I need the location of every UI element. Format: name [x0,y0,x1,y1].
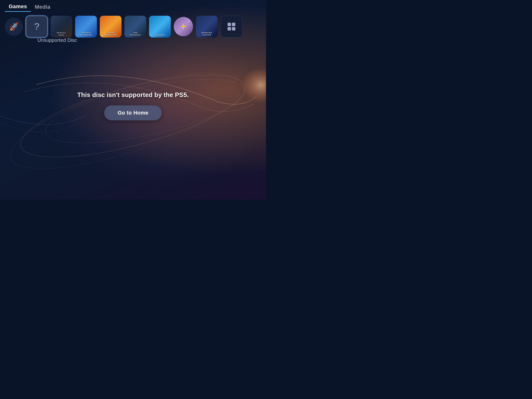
game-thumb-sackboy[interactable]: SACKBOY [149,16,171,37]
game-thumb-pathless-label: THEPATHLESS [124,32,146,36]
unsupported-disc-dialog: This disc isn't supported by the PS5. Go… [77,91,189,120]
game-thumb-all-games[interactable] [221,16,242,37]
game-row: 🚀 ? Demon'sSouls ASTRO'SPLAYROOM CRASHBA… [0,13,266,40]
game-thumb-psplus[interactable]: + [174,17,193,36]
question-mark-icon: ? [34,22,39,32]
svg-point-3 [179,46,266,133]
unsupported-disc-icon[interactable]: ? [26,16,48,37]
psplus-icon: + [180,21,187,32]
grid-icon [226,21,237,32]
game-thumb-demons-souls-label: Demon'sSouls [50,32,72,36]
game-thumb-pathless[interactable]: THEPATHLESS [124,16,146,37]
rocket-icon: 🚀 [9,22,19,31]
disc-error-message: This disc isn't supported by the PS5. [77,91,189,98]
game-thumb-astro-playroom[interactable]: ASTRO'SPLAYROOM [75,16,97,37]
unsupported-disc-label: Unsupported Disc [37,37,77,43]
game-thumb-monster-hunter[interactable]: MONSTERHUNTER [196,16,218,37]
game-thumb-sackboy-label: SACKBOY [149,34,171,36]
game-thumb-crash-label: CRASHBANDICOOT [100,32,122,36]
game-thumb-astro-label: ASTRO'SPLAYROOM [75,32,97,36]
selected-game-label-area: Unsupported Disc [37,37,77,43]
tab-games[interactable]: Games [5,2,31,12]
tab-media[interactable]: Media [31,2,54,12]
recently-played-icon[interactable]: 🚀 [5,18,23,36]
top-navigation: Games Media [0,0,266,14]
game-thumb-demons-souls[interactable]: Demon'sSouls [50,16,72,37]
game-thumb-monster-label: MONSTERHUNTER [196,32,218,36]
go-to-home-button[interactable]: Go to Home [104,105,162,120]
game-thumb-crash[interactable]: CRASHBANDICOOT [100,16,122,37]
